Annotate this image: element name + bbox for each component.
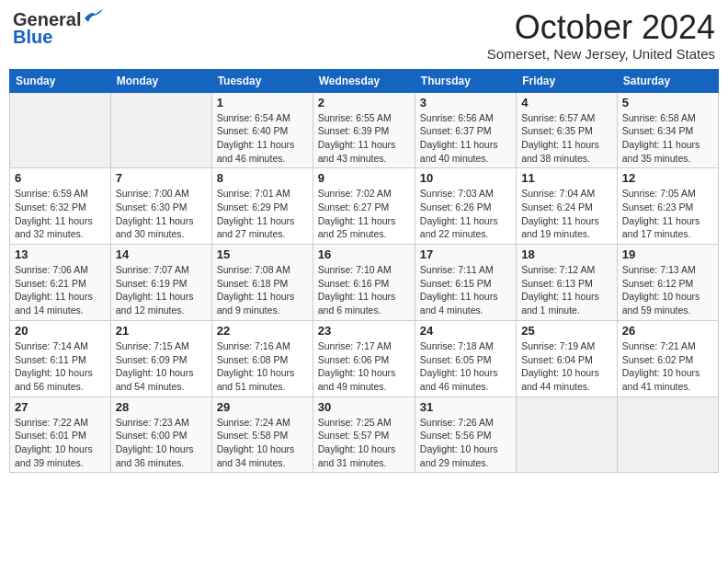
week-row-4: 20Sunrise: 7:14 AMSunset: 6:11 PMDayligh… xyxy=(10,320,719,396)
day-number: 9 xyxy=(318,171,410,185)
day-info: Sunrise: 7:12 AMSunset: 6:13 PMDaylight:… xyxy=(521,263,612,317)
day-number: 10 xyxy=(420,171,511,185)
calendar-cell: 1Sunrise: 6:54 AMSunset: 6:40 PMDaylight… xyxy=(211,92,313,168)
day-info: Sunrise: 7:13 AMSunset: 6:12 PMDaylight:… xyxy=(622,263,713,317)
day-number: 4 xyxy=(521,96,612,109)
day-info: Sunrise: 7:11 AMSunset: 6:15 PMDaylight:… xyxy=(420,263,511,317)
calendar-cell: 24Sunrise: 7:18 AMSunset: 6:05 PMDayligh… xyxy=(415,320,516,396)
logo-blue: Blue xyxy=(13,27,52,48)
day-number: 5 xyxy=(622,96,713,109)
day-number: 31 xyxy=(420,400,511,414)
day-info: Sunrise: 7:08 AMSunset: 6:18 PMDaylight:… xyxy=(217,263,308,317)
day-number: 14 xyxy=(116,247,207,261)
calendar-cell: 2Sunrise: 6:55 AMSunset: 6:39 PMDaylight… xyxy=(313,92,415,168)
day-number: 19 xyxy=(622,247,713,261)
calendar-cell: 7Sunrise: 7:00 AMSunset: 6:30 PMDaylight… xyxy=(110,168,211,245)
day-info: Sunrise: 7:17 AMSunset: 6:06 PMDaylight:… xyxy=(318,339,410,394)
day-info: Sunrise: 7:00 AMSunset: 6:30 PMDaylight:… xyxy=(116,187,207,241)
day-info: Sunrise: 7:19 AMSunset: 6:04 PMDaylight:… xyxy=(521,339,612,394)
day-info: Sunrise: 7:24 AMSunset: 5:58 PMDaylight:… xyxy=(217,416,308,470)
calendar-cell: 28Sunrise: 7:23 AMSunset: 6:00 PMDayligh… xyxy=(110,396,211,473)
page-header: General Blue October 2024 Somerset, New … xyxy=(9,9,719,62)
calendar-cell: 18Sunrise: 7:12 AMSunset: 6:13 PMDayligh… xyxy=(517,245,618,321)
day-number: 27 xyxy=(15,400,106,414)
calendar-cell: 21Sunrise: 7:15 AMSunset: 6:09 PMDayligh… xyxy=(110,320,211,396)
month-title: October 2024 xyxy=(487,9,715,46)
week-row-1: 1Sunrise: 6:54 AMSunset: 6:40 PMDaylight… xyxy=(10,92,719,168)
calendar-cell: 25Sunrise: 7:19 AMSunset: 6:04 PMDayligh… xyxy=(517,320,618,396)
calendar-cell: 26Sunrise: 7:21 AMSunset: 6:02 PMDayligh… xyxy=(617,320,718,396)
weekday-header-friday: Friday xyxy=(517,69,618,92)
calendar-cell: 3Sunrise: 6:56 AMSunset: 6:37 PMDaylight… xyxy=(415,92,516,168)
day-number: 20 xyxy=(15,324,106,338)
calendar-cell: 29Sunrise: 7:24 AMSunset: 5:58 PMDayligh… xyxy=(211,396,313,473)
logo-bird-icon xyxy=(83,9,103,24)
day-number: 6 xyxy=(15,171,106,185)
calendar-cell: 5Sunrise: 6:58 AMSunset: 6:34 PMDaylight… xyxy=(617,92,718,168)
day-number: 29 xyxy=(217,400,308,414)
day-number: 23 xyxy=(318,324,410,338)
day-info: Sunrise: 7:14 AMSunset: 6:11 PMDaylight:… xyxy=(15,339,106,394)
day-number: 2 xyxy=(318,96,410,109)
day-number: 28 xyxy=(116,400,207,414)
calendar-cell xyxy=(617,396,718,473)
day-number: 11 xyxy=(521,171,612,185)
day-number: 7 xyxy=(116,171,207,185)
day-number: 13 xyxy=(15,247,106,261)
calendar-cell: 30Sunrise: 7:25 AMSunset: 5:57 PMDayligh… xyxy=(313,396,415,473)
day-info: Sunrise: 7:04 AMSunset: 6:24 PMDaylight:… xyxy=(521,187,612,241)
day-info: Sunrise: 7:22 AMSunset: 6:01 PMDaylight:… xyxy=(15,416,106,470)
title-block: October 2024 Somerset, New Jersey, Unite… xyxy=(487,9,715,62)
calendar-cell: 11Sunrise: 7:04 AMSunset: 6:24 PMDayligh… xyxy=(517,168,618,245)
calendar-cell: 8Sunrise: 7:01 AMSunset: 6:29 PMDaylight… xyxy=(211,168,313,245)
calendar-cell: 6Sunrise: 6:59 AMSunset: 6:32 PMDaylight… xyxy=(10,168,111,245)
calendar-cell: 4Sunrise: 6:57 AMSunset: 6:35 PMDaylight… xyxy=(517,92,618,168)
calendar-cell: 16Sunrise: 7:10 AMSunset: 6:16 PMDayligh… xyxy=(313,245,415,321)
day-number: 17 xyxy=(420,247,511,261)
day-number: 22 xyxy=(217,324,308,338)
calendar-cell: 15Sunrise: 7:08 AMSunset: 6:18 PMDayligh… xyxy=(211,245,313,321)
calendar-cell: 14Sunrise: 7:07 AMSunset: 6:19 PMDayligh… xyxy=(110,245,211,321)
day-info: Sunrise: 6:55 AMSunset: 6:39 PMDaylight:… xyxy=(318,111,410,166)
day-number: 8 xyxy=(217,171,308,185)
day-info: Sunrise: 6:58 AMSunset: 6:34 PMDaylight:… xyxy=(622,111,713,166)
calendar-cell xyxy=(10,92,111,168)
day-info: Sunrise: 7:18 AMSunset: 6:05 PMDaylight:… xyxy=(420,339,511,394)
logo: General Blue xyxy=(13,9,103,48)
day-number: 12 xyxy=(622,171,713,185)
day-info: Sunrise: 7:06 AMSunset: 6:21 PMDaylight:… xyxy=(15,263,106,317)
day-number: 15 xyxy=(217,247,308,261)
day-info: Sunrise: 6:59 AMSunset: 6:32 PMDaylight:… xyxy=(15,187,106,241)
day-info: Sunrise: 7:23 AMSunset: 6:00 PMDaylight:… xyxy=(116,416,207,470)
day-number: 1 xyxy=(217,96,308,109)
day-info: Sunrise: 7:03 AMSunset: 6:26 PMDaylight:… xyxy=(420,187,511,241)
weekday-header-wednesday: Wednesday xyxy=(313,69,415,92)
calendar-cell: 31Sunrise: 7:26 AMSunset: 5:56 PMDayligh… xyxy=(415,396,516,473)
weekday-header-thursday: Thursday xyxy=(415,69,516,92)
calendar-cell: 13Sunrise: 7:06 AMSunset: 6:21 PMDayligh… xyxy=(10,245,111,321)
day-info: Sunrise: 7:15 AMSunset: 6:09 PMDaylight:… xyxy=(116,339,207,394)
day-number: 30 xyxy=(318,400,410,414)
calendar-cell: 27Sunrise: 7:22 AMSunset: 6:01 PMDayligh… xyxy=(10,396,111,473)
calendar-cell: 23Sunrise: 7:17 AMSunset: 6:06 PMDayligh… xyxy=(313,320,415,396)
day-number: 25 xyxy=(521,324,612,338)
weekday-header-row: SundayMondayTuesdayWednesdayThursdayFrid… xyxy=(10,69,719,92)
calendar-cell xyxy=(517,396,618,473)
calendar-cell: 12Sunrise: 7:05 AMSunset: 6:23 PMDayligh… xyxy=(617,168,718,245)
day-info: Sunrise: 6:54 AMSunset: 6:40 PMDaylight:… xyxy=(217,111,308,166)
day-info: Sunrise: 6:56 AMSunset: 6:37 PMDaylight:… xyxy=(420,111,511,166)
calendar-cell: 20Sunrise: 7:14 AMSunset: 6:11 PMDayligh… xyxy=(10,320,111,396)
calendar-cell: 17Sunrise: 7:11 AMSunset: 6:15 PMDayligh… xyxy=(415,245,516,321)
day-info: Sunrise: 7:25 AMSunset: 5:57 PMDaylight:… xyxy=(318,416,410,470)
day-info: Sunrise: 6:57 AMSunset: 6:35 PMDaylight:… xyxy=(521,111,612,166)
calendar-cell: 10Sunrise: 7:03 AMSunset: 6:26 PMDayligh… xyxy=(415,168,516,245)
week-row-3: 13Sunrise: 7:06 AMSunset: 6:21 PMDayligh… xyxy=(10,245,719,321)
day-info: Sunrise: 7:10 AMSunset: 6:16 PMDaylight:… xyxy=(318,263,410,317)
day-number: 21 xyxy=(116,324,207,338)
calendar-cell: 19Sunrise: 7:13 AMSunset: 6:12 PMDayligh… xyxy=(617,245,718,321)
day-number: 26 xyxy=(622,324,713,338)
weekday-header-sunday: Sunday xyxy=(10,69,111,92)
calendar-cell: 22Sunrise: 7:16 AMSunset: 6:08 PMDayligh… xyxy=(211,320,313,396)
day-number: 16 xyxy=(318,247,410,261)
day-info: Sunrise: 7:07 AMSunset: 6:19 PMDaylight:… xyxy=(116,263,207,317)
